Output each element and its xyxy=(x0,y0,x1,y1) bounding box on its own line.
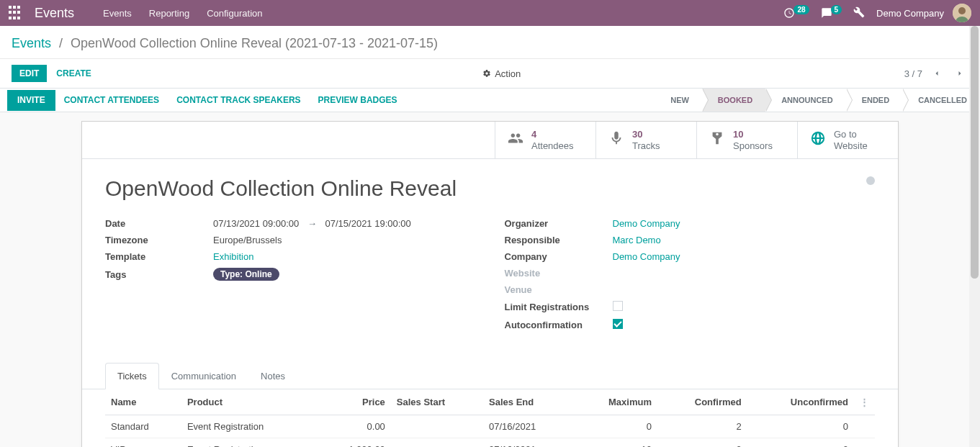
svg-point-1 xyxy=(958,7,966,14)
autoconfirmation-checkbox[interactable] xyxy=(613,319,623,329)
company-name[interactable]: Demo Company xyxy=(876,8,944,19)
venue-label: Venue xyxy=(505,284,613,295)
tab-notes[interactable]: Notes xyxy=(248,363,297,389)
contact-attendees-button[interactable]: CONTACT ATTENDEES xyxy=(55,89,168,112)
breadcrumb-current: OpenWood Collection Online Reveal (2021-… xyxy=(71,36,438,50)
activity-badge: 28 xyxy=(794,5,809,14)
limit-registrations-label: Limit Registrations xyxy=(505,302,613,312)
sponsors-icon xyxy=(709,130,726,150)
attendees-icon xyxy=(507,130,524,150)
col-maximum: Maximum xyxy=(573,389,657,415)
date-label: Date xyxy=(105,218,213,229)
nav-events[interactable]: Events xyxy=(103,8,132,19)
table-row[interactable]: VIP Event Registration 1,000.00 07/16/20… xyxy=(105,438,875,447)
template-value[interactable]: Exhibition xyxy=(213,251,253,262)
tab-communication[interactable]: Communication xyxy=(159,363,248,389)
discuss-icon[interactable]: 5 xyxy=(821,7,842,19)
tracks-icon xyxy=(608,130,625,150)
tags-label: Tags xyxy=(105,269,213,280)
scrollbar-thumb[interactable] xyxy=(971,26,979,279)
col-name: Name xyxy=(105,389,181,415)
website-label: Website xyxy=(505,268,613,279)
col-price: Price xyxy=(317,389,391,415)
create-button[interactable]: CREATE xyxy=(48,65,99,82)
organizer-label: Organizer xyxy=(505,218,613,229)
col-actions-icon[interactable]: ⋮ xyxy=(854,389,875,415)
timezone-label: Timezone xyxy=(105,235,213,245)
action-menu[interactable]: Action xyxy=(482,68,521,79)
stat-website[interactable]: Go to Website xyxy=(797,122,898,158)
col-product: Product xyxy=(181,389,317,415)
apps-icon[interactable] xyxy=(9,6,23,20)
breadcrumb-parent[interactable]: Events xyxy=(12,36,51,50)
discuss-badge: 5 xyxy=(831,5,842,14)
limit-registrations-checkbox[interactable] xyxy=(613,301,623,311)
responsible-value[interactable]: Marc Demo xyxy=(613,235,661,245)
table-row[interactable]: Standard Event Registration 0.00 07/16/2… xyxy=(105,415,875,438)
stage-ended[interactable]: ENDED xyxy=(846,89,903,112)
date-start: 07/13/2021 09:00:00 xyxy=(213,218,299,229)
tickets-table: Name Product Price Sales Start Sales End… xyxy=(105,389,875,447)
company-value[interactable]: Demo Company xyxy=(613,251,680,262)
responsible-label: Responsible xyxy=(505,235,613,245)
autoconfirmation-label: Autoconfirmation xyxy=(505,320,613,330)
invite-button[interactable]: INVITE xyxy=(7,90,55,111)
stage-cancelled[interactable]: CANCELLED xyxy=(902,89,980,112)
edit-button[interactable]: EDIT xyxy=(12,65,47,82)
developer-tools-icon[interactable] xyxy=(853,6,865,20)
organizer-value[interactable]: Demo Company xyxy=(613,218,680,229)
col-sales-end: Sales End xyxy=(483,389,573,415)
tag-online: Type: Online xyxy=(213,268,279,281)
timezone-value: Europe/Brussels xyxy=(213,235,282,245)
col-sales-start: Sales Start xyxy=(391,389,483,415)
col-confirmed: Confirmed xyxy=(657,389,747,415)
globe-icon xyxy=(809,130,827,150)
brand-title: Events xyxy=(35,6,74,21)
pager-prev-icon[interactable] xyxy=(928,65,945,82)
breadcrumb: Events / OpenWood Collection Online Reve… xyxy=(12,36,968,51)
stat-buttons: 4 Attendees 30 Tracks 10 Spo xyxy=(82,122,898,159)
pager-next-icon[interactable] xyxy=(951,65,968,82)
col-unconfirmed: Unconfirmed xyxy=(747,389,854,415)
stat-attendees[interactable]: 4 Attendees xyxy=(495,122,595,158)
breadcrumb-bar: Events / OpenWood Collection Online Reve… xyxy=(0,26,980,59)
tabs: Tickets Communication Notes xyxy=(82,363,898,389)
company-label: Company xyxy=(505,251,613,262)
template-label: Template xyxy=(105,251,213,262)
pager-count[interactable]: 3 / 7 xyxy=(904,68,922,79)
arrow-icon: → xyxy=(307,218,317,229)
user-avatar[interactable] xyxy=(953,4,971,22)
nav-configuration[interactable]: Configuration xyxy=(207,8,262,19)
stage-announced[interactable]: ANNOUNCED xyxy=(765,89,846,112)
stage-new[interactable]: NEW xyxy=(655,89,702,112)
date-end: 07/15/2021 19:00:00 xyxy=(325,218,411,229)
stat-tracks[interactable]: 30 Tracks xyxy=(595,122,696,158)
contact-speakers-button[interactable]: CONTACT TRACK SPEAKERS xyxy=(168,89,309,112)
stage-booked[interactable]: BOOKED xyxy=(702,89,765,112)
statusbar: NEW BOOKED ANNOUNCED ENDED CANCELLED xyxy=(655,89,980,112)
form-sheet: 4 Attendees 30 Tracks 10 Spo xyxy=(81,121,899,447)
topbar: Events Events Reporting Configuration 28… xyxy=(0,0,980,26)
statusbar-row: INVITE CONTACT ATTENDEES CONTACT TRACK S… xyxy=(0,89,980,112)
scrollbar[interactable] xyxy=(969,26,980,447)
stat-sponsors[interactable]: 10 Sponsors xyxy=(696,122,797,158)
event-title: OpenWood Collection Online Reveal xyxy=(105,176,875,201)
nav-reporting[interactable]: Reporting xyxy=(149,8,189,19)
activity-icon[interactable]: 28 xyxy=(783,7,809,19)
tab-tickets[interactable]: Tickets xyxy=(105,363,159,389)
control-row: EDIT CREATE Action 3 / 7 xyxy=(0,59,980,89)
preview-badges-button[interactable]: PREVIEW BADGES xyxy=(310,89,406,112)
